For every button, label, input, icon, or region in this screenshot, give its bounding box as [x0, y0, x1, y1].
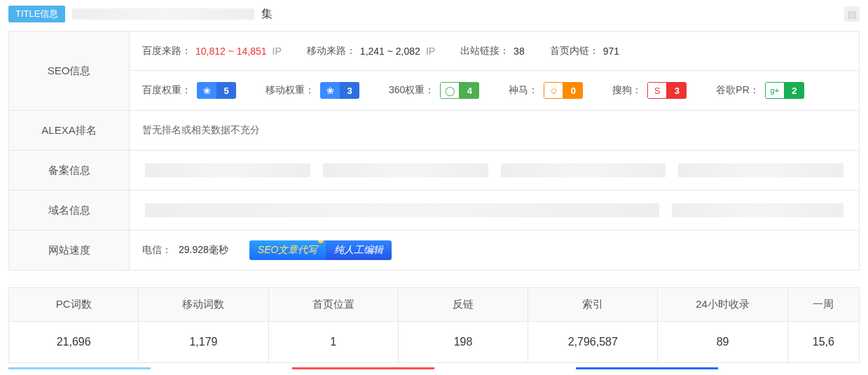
stat-col-backlinks[interactable]: 反链 198: [399, 288, 528, 362]
metric-home-inlinks: 首页内链： 971: [550, 45, 619, 57]
title-bar: TITLE信息 集 ▤: [0, 0, 868, 28]
row-label-alexa: ALEXA排名: [9, 111, 130, 150]
metric-outlinks: 出站链接： 38: [460, 45, 525, 57]
google-icon: g+: [765, 82, 785, 99]
weight-mobile-value: 3: [340, 82, 359, 99]
redacted-domain: [142, 203, 846, 217]
weight-sogou: 搜狗： S 3: [612, 82, 687, 99]
domain-content: [130, 191, 859, 230]
circle-icon: ◯: [440, 82, 460, 99]
stat-col-24h[interactable]: 24小时收录 89: [658, 288, 787, 362]
promo-left-text: SEO文章代写: [249, 240, 326, 260]
row-speed: 网站速度 电信： 29.928毫秒 SEO文章代写 纯人工编辑: [9, 231, 859, 270]
sogou-icon: S: [647, 82, 667, 99]
shenma-icon: ☺: [544, 82, 563, 99]
stack-icon[interactable]: ▤: [844, 6, 860, 22]
ip-suffix: IP: [426, 46, 435, 57]
accent-bar: [576, 367, 718, 369]
redacted-block: [145, 203, 659, 217]
weight-sogou-label: 搜狗：: [612, 84, 642, 97]
outlinks-label: 出站链接：: [460, 45, 509, 57]
seo-weights-row: 百度权重： ❀ 5 移动权重： ❀ 3 360权重： ◯: [130, 71, 859, 110]
weight-shenma-label: 神马：: [509, 84, 538, 97]
row-label-seo: SEO信息: [9, 32, 130, 110]
weight-360-value: 4: [460, 82, 479, 99]
metric-mobile-traffic: 移动来路： 1,241 ~ 2,082 IP: [307, 45, 435, 57]
weight-baidu: 百度权重： ❀ 5: [142, 82, 236, 99]
stat-head: 反链: [399, 288, 528, 322]
accent-bar: [434, 367, 577, 369]
redacted-block: [145, 163, 310, 177]
seo-content: 百度来路： 10,812 ~ 14,851 IP 移动来路： 1,241 ~ 2…: [130, 32, 859, 110]
stat-col-homepos[interactable]: 首页位置 1: [269, 288, 399, 362]
title-suffix: 集: [261, 7, 273, 22]
title-badge: TITLE信息: [8, 6, 65, 22]
speed-content: 电信： 29.928毫秒 SEO文章代写 纯人工编辑: [130, 231, 859, 270]
weight-google-badge[interactable]: g+ 2: [765, 82, 804, 99]
weight-baidu-label: 百度权重：: [142, 84, 191, 97]
stat-col-pc[interactable]: PC词数 21,696: [9, 288, 139, 362]
weight-shenma: 神马： ☺ 0: [509, 82, 583, 99]
stat-val: 2,796,587: [528, 322, 657, 362]
stat-head: 一周: [788, 288, 859, 322]
baidu-traffic-label: 百度来路：: [142, 45, 191, 57]
paw-icon: ❀: [320, 82, 340, 99]
weight-baidu-value: 5: [216, 82, 236, 99]
home-inlinks-value[interactable]: 971: [603, 46, 619, 57]
alexa-value: 暂无排名或相关数据不充分: [142, 124, 260, 137]
stats-table: PC词数 21,696 移动词数 1,179 首页位置 1 反链 198 索引 …: [8, 287, 860, 363]
weight-google-label: 谷歌PR：: [716, 84, 759, 97]
redacted-beian: [142, 163, 846, 177]
stat-val: 21,696: [9, 322, 138, 362]
stat-head: 移动词数: [139, 288, 268, 322]
row-label-domain: 域名信息: [9, 191, 130, 230]
weight-google: 谷歌PR： g+ 2: [716, 82, 804, 99]
bottom-accent-bars: [8, 367, 860, 369]
stat-head: 索引: [528, 288, 657, 322]
seo-traffic-row: 百度来路： 10,812 ~ 14,851 IP 移动来路： 1,241 ~ 2…: [130, 32, 859, 71]
row-label-beian: 备案信息: [9, 151, 130, 190]
metric-baidu-traffic: 百度来路： 10,812 ~ 14,851 IP: [142, 45, 282, 57]
redacted-block: [672, 203, 843, 217]
accent-bar: [8, 367, 151, 369]
stat-col-week[interactable]: 一周 15,6: [788, 288, 860, 362]
row-label-speed: 网站速度: [9, 231, 130, 270]
redacted-block: [678, 163, 843, 177]
stat-val: 1,179: [139, 322, 268, 362]
row-alexa: ALEXA排名 暂无排名或相关数据不充分: [9, 111, 859, 151]
seo-info-table: SEO信息 百度来路： 10,812 ~ 14,851 IP 移动来路： 1,2…: [8, 31, 860, 271]
row-domain: 域名信息: [9, 191, 859, 231]
stat-head: PC词数: [9, 288, 138, 322]
weight-shenma-value: 0: [563, 82, 583, 99]
baidu-traffic-value[interactable]: 10,812 ~ 14,851: [195, 46, 267, 57]
promo-badge[interactable]: SEO文章代写 纯人工编辑: [249, 240, 392, 260]
stat-col-mobile[interactable]: 移动词数 1,179: [139, 288, 268, 362]
speed-value[interactable]: 29.928毫秒: [179, 244, 228, 257]
weight-shenma-badge[interactable]: ☺ 0: [544, 82, 583, 99]
weight-baidu-badge[interactable]: ❀ 5: [197, 82, 236, 99]
weight-360-badge[interactable]: ◯ 4: [440, 82, 479, 99]
stat-val: 198: [399, 322, 528, 362]
stat-val: 15,6: [788, 322, 859, 362]
redacted-title: [72, 8, 254, 20]
weight-360-label: 360权重：: [389, 84, 434, 97]
home-inlinks-label: 首页内链：: [550, 45, 599, 57]
weight-360: 360权重： ◯ 4: [389, 82, 479, 99]
weight-mobile-label: 移动权重：: [266, 84, 315, 97]
row-seo: SEO信息 百度来路： 10,812 ~ 14,851 IP 移动来路： 1,2…: [9, 32, 859, 111]
paw-icon: ❀: [197, 82, 216, 99]
speed-isp-label: 电信：: [142, 244, 172, 257]
stat-col-index[interactable]: 索引 2,796,587: [528, 288, 658, 362]
mobile-traffic-value[interactable]: 1,241 ~ 2,082: [360, 46, 420, 57]
stat-val: 89: [658, 322, 787, 362]
weight-sogou-badge[interactable]: S 3: [647, 82, 687, 99]
mobile-traffic-label: 移动来路：: [307, 45, 356, 57]
weight-sogou-value: 3: [667, 82, 687, 99]
weight-mobile: 移动权重： ❀ 3: [266, 82, 359, 99]
stat-val: 1: [269, 322, 398, 362]
accent-bar: [718, 367, 860, 369]
outlinks-value[interactable]: 38: [514, 46, 525, 57]
promo-right-text: 纯人工编辑: [326, 240, 392, 260]
weight-mobile-badge[interactable]: ❀ 3: [320, 82, 359, 99]
stat-head: 首页位置: [269, 288, 398, 322]
